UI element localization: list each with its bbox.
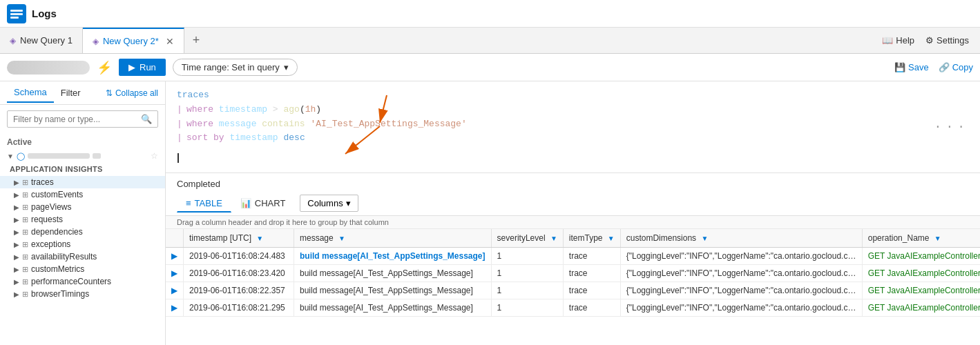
col-header-itemtype[interactable]: itemType ▼ — [563, 229, 620, 248]
col-header-timestamp[interactable]: timestamp [UTC] ▼ — [184, 229, 294, 248]
tab-new-query-1[interactable]: ◈ New Query 1 — [0, 28, 83, 53]
tab-new-query-2[interactable]: ◈ New Query 2* ✕ — [83, 28, 184, 53]
add-tab-button[interactable]: + — [184, 33, 209, 48]
row-opname: GET JavaAIExampleController/sayHello — [862, 299, 980, 316]
workspace-name-bar — [28, 153, 90, 159]
sidebar-item-perfcounters[interactable]: ▶ ⊞ performanceCounters — [0, 275, 165, 288]
row-timestamp: 2019-06-01T16:08:23.420 — [184, 264, 294, 282]
view-chart-button[interactable]: 📊 CHART — [231, 195, 295, 212]
cursor-beam — [177, 153, 179, 163]
sidebar-item-availability[interactable]: ▶ ⊞ availabilityResults — [0, 250, 165, 263]
filter-icon-message: ▼ — [338, 235, 345, 242]
query-val-1h: 1h — [305, 103, 316, 117]
resource-bar — [7, 61, 90, 75]
row-opname: GET JavaAIExampleController/sayHello — [862, 282, 980, 299]
tab-label-1: New Query 1 — [20, 35, 73, 46]
chevron-right-icon: ▶ — [14, 228, 19, 236]
sidebar-item-traces[interactable]: ▶ ⊞ traces — [0, 176, 165, 188]
settings-action[interactable]: ⚙ Settings — [925, 35, 969, 46]
row-customdimensions: {"LoggingLevel":"INFO","LoggerName":"ca.… — [620, 282, 862, 299]
row-expand-cell[interactable]: ▶ — [166, 299, 184, 316]
filter-icon-severity: ▼ — [550, 235, 557, 242]
sidebar-item-dependencies[interactable]: ▶ ⊞ dependencies — [0, 226, 165, 238]
query-table-name: traces — [177, 88, 209, 103]
query-line-1: traces — [177, 88, 969, 103]
drag-hint: Drag a column header and drop it here to… — [166, 216, 980, 229]
query-field-timestamp: timestamp — [219, 103, 267, 117]
row-customdimensions: {"LoggingLevel":"INFO","LoggerName":"ca.… — [620, 299, 862, 316]
svg-rect-1 — [10, 10, 23, 12]
row-severity: 1 — [491, 264, 563, 282]
row-expand-cell[interactable]: ▶ — [166, 247, 184, 264]
sidebar-tab-filter[interactable]: Filter — [54, 83, 88, 102]
query-line-4: | sort by timestamp desc — [177, 131, 969, 146]
sidebar-item-exceptions[interactable]: ▶ ⊞ exceptions — [0, 238, 165, 250]
query-editor[interactable]: traces | where timestamp > ago(1h) | whe… — [166, 81, 980, 173]
tree-label-custommetrics: customMetrics — [31, 264, 84, 274]
results-area: Completed ≡ TABLE 📊 CHART Columns ▾ Drag… — [166, 173, 980, 345]
collapse-icon: ⇅ — [106, 88, 113, 98]
sidebar-item-customevents[interactable]: ▶ ⊞ customEvents — [0, 188, 165, 201]
col-header-custdim[interactable]: customDimensions ▼ — [620, 229, 862, 248]
col-header-severity[interactable]: severityLevel ▼ — [491, 229, 563, 248]
app-insights-label: APPLICATION INSIGHTS — [0, 162, 165, 176]
copy-label: Copy — [952, 62, 973, 72]
content-area: traces | where timestamp > ago(1h) | whe… — [166, 81, 980, 345]
row-customdimensions: {"LoggingLevel":"INFO","LoggerName":"ca.… — [620, 264, 862, 282]
results-tbody: ▶2019-06-01T16:08:24.483build message[AI… — [166, 247, 980, 316]
query-line-3: | where message contains 'AI_Test_AppSet… — [177, 117, 969, 132]
copy-icon: 🔗 — [939, 62, 950, 72]
editor-status-dots: ··· — [934, 117, 969, 137]
columns-button[interactable]: Columns ▾ — [300, 195, 358, 212]
save-label: Save — [908, 62, 929, 72]
help-action[interactable]: 📖 Help — [882, 35, 914, 46]
row-expand-cell[interactable]: ▶ — [166, 282, 184, 299]
col-header-message[interactable]: message ▼ — [294, 229, 492, 248]
table-icon-traces: ⊞ — [22, 178, 28, 187]
time-range-button[interactable]: Time range: Set in query ▾ — [173, 59, 298, 76]
row-itemtype: trace — [563, 264, 620, 282]
chevron-right-icon: ▶ — [14, 191, 19, 199]
table-icon-pageviews: ⊞ — [22, 203, 28, 212]
table-icon-perfcounters: ⊞ — [22, 277, 28, 286]
results-table-wrap[interactable]: timestamp [UTC] ▼ message ▼ severityLeve… — [166, 229, 980, 345]
col-header-opname[interactable]: operation_Name ▼ — [862, 229, 980, 248]
tree-label-perfcounters: performanceCounters — [31, 277, 111, 286]
sidebar-tab-schema[interactable]: Schema — [7, 83, 54, 103]
tree-label-dependencies: dependencies — [31, 227, 83, 237]
sidebar-item-requests[interactable]: ▶ ⊞ requests — [0, 213, 165, 226]
sidebar-item-browsertimings[interactable]: ▶ ⊞ browserTimings — [0, 288, 165, 300]
view-table-button[interactable]: ≡ TABLE — [177, 195, 231, 213]
results-toolbar: ≡ TABLE 📊 CHART Columns ▾ — [166, 192, 980, 216]
row-timestamp: 2019-06-01T16:08:24.483 — [184, 247, 294, 264]
toolbar-right: 💾 Save 🔗 Copy — [894, 62, 973, 72]
table-icon-custommetrics: ⊞ — [22, 265, 28, 274]
tree-label-requests: requests — [31, 215, 63, 224]
pipe-2: | — [177, 117, 182, 132]
run-button[interactable]: ▶ Run — [119, 59, 166, 76]
svg-rect-2 — [10, 13, 23, 15]
sidebar-search-box[interactable]: 🔍 — [7, 110, 158, 128]
chevron-right-icon: ▶ — [14, 266, 19, 273]
sidebar-item-custommetrics[interactable]: ▶ ⊞ customMetrics — [0, 263, 165, 275]
row-message: build message[AI_Test_AppSettings_Messag… — [294, 282, 492, 299]
filter-icon[interactable]: ⚡ — [97, 60, 112, 75]
collapse-all-button[interactable]: ⇅ Collapse all — [106, 88, 158, 98]
filter-icon-timestamp: ▼ — [256, 235, 263, 242]
table-row: ▶2019-06-01T16:08:22.357build message[AI… — [166, 282, 980, 299]
sidebar-search-input[interactable] — [13, 115, 137, 124]
row-expand-cell[interactable]: ▶ — [166, 264, 184, 282]
sidebar-item-pageviews[interactable]: ▶ ⊞ pageViews — [0, 201, 165, 213]
table-row: ▶2019-06-01T16:08:21.295build message[AI… — [166, 299, 980, 316]
copy-action[interactable]: 🔗 Copy — [939, 62, 973, 72]
tab-close-button[interactable]: ✕ — [166, 36, 174, 47]
svg-rect-3 — [10, 17, 19, 19]
tree-label-pageviews: pageViews — [31, 202, 72, 212]
query-field-message: message — [219, 117, 257, 132]
save-action[interactable]: 💾 Save — [894, 62, 929, 72]
query-func-ago: ago — [283, 103, 299, 117]
query-string-val: 'AI_Test_AppSettings_Message' — [310, 117, 466, 132]
cursor-area[interactable] — [177, 146, 969, 166]
settings-icon: ⚙ — [925, 35, 934, 46]
workspace-dots — [93, 153, 101, 159]
